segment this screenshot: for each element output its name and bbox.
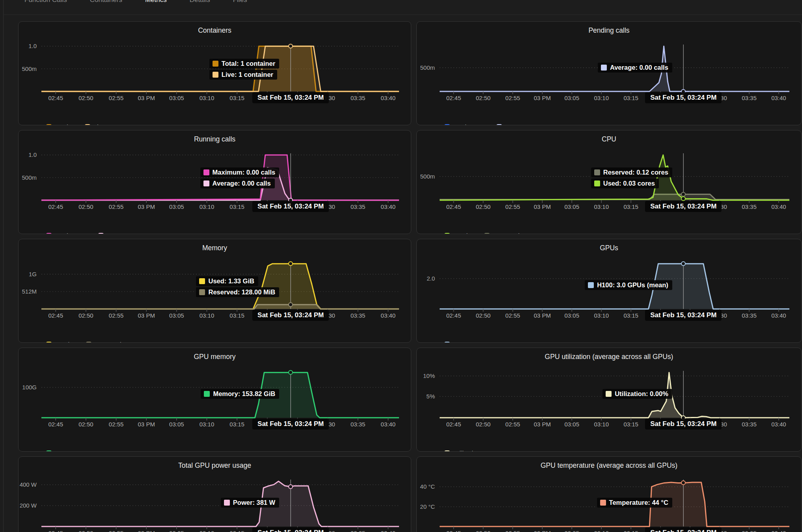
y-axis-label: 500m xyxy=(417,64,435,72)
x-axis-label: 03:40 xyxy=(771,530,786,532)
chart-title: GPU temperature (average across all GPUs… xyxy=(417,461,801,471)
x-axis-label: 03:05 xyxy=(565,421,580,428)
tooltip-row: Live: 1 container xyxy=(209,70,277,80)
x-axis-label: 03:35 xyxy=(351,530,366,532)
legend-swatch xyxy=(85,124,90,125)
legend-item-h100[interactable]: H100 xyxy=(444,341,468,343)
tooltip-series-swatch xyxy=(199,278,205,284)
plot-area[interactable]: 02:4502:5002:5503 PM03:0503:1003:1503:20… xyxy=(41,472,399,532)
tab-files[interactable]: Files xyxy=(233,0,247,4)
x-axis-label: 03:10 xyxy=(594,421,609,428)
chart-legend: UsedReserved xyxy=(46,341,411,343)
tooltip-date: Sat Feb 15, 03:24 PM xyxy=(252,527,329,532)
chart-title: Containers xyxy=(19,26,411,36)
x-axis-label: 02:55 xyxy=(505,530,520,532)
x-axis-label: 03 PM xyxy=(534,312,551,319)
legend-item-used[interactable]: Used xyxy=(444,232,468,234)
crosshair-marker xyxy=(681,480,686,485)
x-axis-label: 02:55 xyxy=(505,421,520,428)
legend-swatch xyxy=(98,233,104,234)
x-axis-label: 03 PM xyxy=(138,530,155,532)
chart-title: CPU xyxy=(417,135,801,145)
plot-area[interactable]: 02:4502:5002:5503 PM03:0503:1003:1503:20… xyxy=(41,37,399,114)
tooltip-row: Total: 1 container xyxy=(209,59,279,69)
legend-label: Reserved xyxy=(493,232,519,234)
legend-item-maximum[interactable]: Maximum xyxy=(46,232,82,234)
chart-panel-gpu-utilization: GPU utilization (average across all GPUs… xyxy=(416,348,802,452)
plot-area[interactable]: 02:4502:5002:5503 PM03:0503:1003:1503:20… xyxy=(41,254,399,331)
legend-item-average[interactable]: Average xyxy=(496,123,528,125)
plot-area[interactable]: 02:4502:5002:5503 PM03:0503:1003:1503:20… xyxy=(41,145,399,223)
legend-label: Used xyxy=(453,232,468,234)
chart-panel-containers: Containers1.0500m02:4502:5002:5503 PM03:… xyxy=(18,21,411,125)
tooltip-value: Reserved: 0.12 cores xyxy=(603,169,668,176)
chart-area: 500m02:4502:5002:5503 PM03:0503:1003:150… xyxy=(417,145,801,223)
legend-swatch xyxy=(46,450,52,452)
x-axis-label: 03:35 xyxy=(351,312,366,319)
x-axis-label: 02:45 xyxy=(446,421,461,428)
plot-area[interactable]: 02:4502:5002:5503 PM03:0503:1003:1503:20… xyxy=(440,37,789,114)
hover-tooltip: Average: 0.00 calls xyxy=(598,63,672,73)
chart-panel-pending-calls: Pending calls500m02:4502:5002:5503 PM03:… xyxy=(416,21,802,125)
x-axis-label: 02:45 xyxy=(48,203,63,210)
x-axis-label: 02:50 xyxy=(78,312,93,319)
legend-item-reserved[interactable]: Reserved xyxy=(484,232,519,234)
tooltip-date: Sat Feb 15, 03:24 PM xyxy=(645,527,722,532)
legend-swatch xyxy=(444,124,450,125)
x-axis-label: 03:35 xyxy=(351,95,366,101)
x-axis-label: 02:55 xyxy=(109,312,124,319)
legend-label: Reserved xyxy=(95,341,121,343)
y-axis-label: 10% xyxy=(417,372,435,380)
x-axis-label: 03:15 xyxy=(229,530,244,532)
tab-containers[interactable]: Containers xyxy=(90,0,122,4)
legend-item-live[interactable]: Live xyxy=(85,123,105,125)
crosshair-marker xyxy=(288,261,293,266)
legend-swatch xyxy=(46,342,52,343)
plot-area[interactable]: 02:4502:5002:5503 PM03:0503:1003:1503:20… xyxy=(41,363,399,440)
crosshair-marker xyxy=(288,44,293,48)
legend-item-average[interactable]: Average xyxy=(98,232,130,234)
tooltip-value: H100: 3.0 GPUs (mean) xyxy=(597,281,668,289)
x-axis-label: 03:35 xyxy=(742,421,757,428)
x-axis-label: 02:50 xyxy=(78,421,93,428)
tooltip-row: Memory: 153.82 GiB xyxy=(201,389,279,399)
legend-swatch xyxy=(496,124,502,125)
tab-function-calls[interactable]: Function Calls xyxy=(24,0,67,4)
chart-area: 1.0500m02:4502:5002:5503 PM03:0503:1003:… xyxy=(19,145,411,223)
plot-area[interactable]: 02:4502:5002:5503 PM03:0503:1003:1503:20… xyxy=(440,363,789,440)
legend-item-reserved[interactable]: Reserved xyxy=(86,341,121,343)
tooltip-date: Sat Feb 15, 03:24 PM xyxy=(252,92,329,103)
x-axis-label: 03:05 xyxy=(565,530,580,532)
tooltip-series-swatch xyxy=(594,169,600,175)
legend-item-used[interactable]: Used xyxy=(46,341,69,343)
tab-details[interactable]: Details xyxy=(190,0,210,4)
x-axis-label: 02:55 xyxy=(505,95,520,101)
legend-item-utilization[interactable]: Utilization xyxy=(444,450,480,452)
legend-swatch xyxy=(46,124,52,125)
chart-panel-gpus: GPUs2.002:4502:5002:5503 PM03:0503:1003:… xyxy=(416,239,802,343)
legend-label: Average xyxy=(505,123,528,125)
legend-item-total[interactable]: Total xyxy=(46,123,68,125)
chart-title: Pending calls xyxy=(417,26,801,36)
plot-area[interactable]: 02:4502:5002:5503 PM03:0503:1003:1503:20… xyxy=(440,472,789,532)
tooltip-row: H100: 3.0 GPUs (mean) xyxy=(585,280,672,290)
plot-area[interactable]: 02:4502:5002:5503 PM03:0503:1003:1503:20… xyxy=(440,145,789,223)
chart-panel-gpu-memory: GPU memory100G02:4502:5002:5503 PM03:050… xyxy=(18,348,411,452)
x-axis-label: 03:05 xyxy=(169,312,184,319)
x-axis-label: 02:55 xyxy=(109,421,124,428)
hover-tooltip: Reserved: 0.12 coresUsed: 0.03 cores xyxy=(591,167,672,188)
crosshair-marker xyxy=(288,302,293,307)
tab-metrics[interactable]: Metrics xyxy=(145,0,167,4)
tooltip-date: Sat Feb 15, 03:24 PM xyxy=(645,310,722,321)
tab-row: Function CallsContainersMetricsDetailsFi… xyxy=(24,0,247,4)
legend-item-maximum[interactable]: Maximum xyxy=(444,123,480,125)
chart-area: 400 W200 W02:4502:5002:5503 PM03:0503:10… xyxy=(19,472,411,532)
plot-area[interactable]: 02:4502:5002:5503 PM03:0503:1003:1503:20… xyxy=(440,254,789,331)
tab-bar: Function CallsContainersMetricsDetailsFi… xyxy=(0,0,802,15)
legend-item-memory[interactable]: Memory xyxy=(46,450,77,452)
crosshair-marker xyxy=(288,370,293,375)
chart-panel-gpu-power: Total GPU power usage400 W200 W02:4502:5… xyxy=(18,456,411,532)
y-axis-label: 1.0 xyxy=(19,151,37,159)
legend-swatch xyxy=(444,450,450,452)
chart-panel-running-calls: Running calls1.0500m02:4502:5002:5503 PM… xyxy=(18,130,411,234)
